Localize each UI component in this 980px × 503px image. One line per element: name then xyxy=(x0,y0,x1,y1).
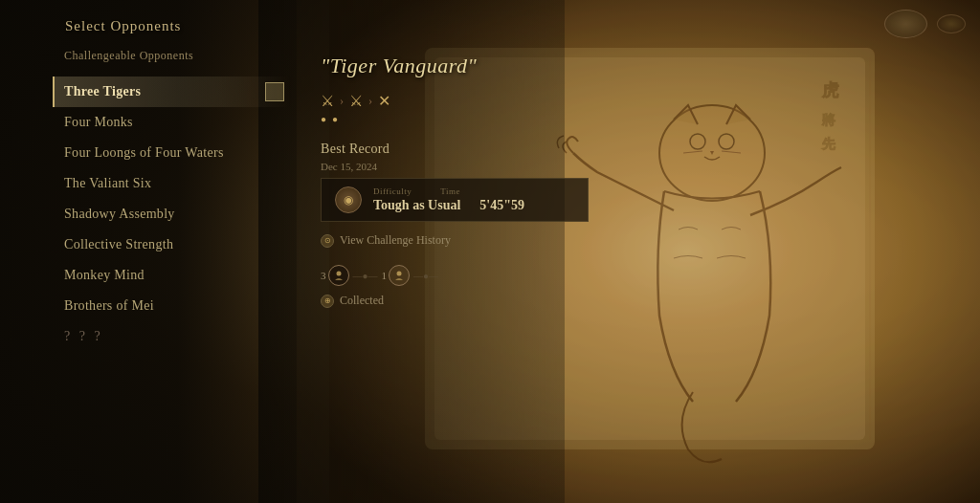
fighter-icon-1 xyxy=(333,270,345,281)
time-label: Time xyxy=(440,186,460,196)
sidebar-item-four-loongs[interactable]: Four Loongs of Four Waters xyxy=(53,138,292,168)
fighter-separator-2: —●— xyxy=(413,271,438,281)
sidebar-item-unknown: ? ? ? xyxy=(53,321,292,352)
fighter-group-right: 1 xyxy=(382,265,411,286)
record-avatar: ◉ xyxy=(335,186,362,213)
weapon-icon-2: ⚔ xyxy=(349,92,363,110)
fighter-count-left: 3 xyxy=(321,270,326,281)
fighter-token-2 xyxy=(389,265,410,286)
main-layout: Challengeable Opponents Three Tigers Fou… xyxy=(0,44,980,503)
header: Select Opponents xyxy=(0,0,980,44)
time-value: 5'45"59 xyxy=(479,198,524,213)
fighter-group-left: 3 xyxy=(321,265,349,286)
weapon-icon-1: ⚔ xyxy=(321,92,334,110)
svg-point-12 xyxy=(336,272,341,276)
sidebar-item-four-monks[interactable]: Four Monks xyxy=(53,107,292,138)
detail-panel: "Tiger Vanguard" ⚔ › ⚔ › ✕ ● ● Best Reco… xyxy=(292,44,980,503)
fighter-icon-2 xyxy=(393,270,405,281)
sidebar-item-brothers-of-mei[interactable]: Brothers of Mei xyxy=(53,291,292,321)
combat-icons-row: ⚔ › ⚔ › ✕ xyxy=(321,92,980,110)
svg-point-13 xyxy=(397,272,402,276)
status-dot-1: ● xyxy=(321,114,326,124)
main-content: Select Opponents Challengeable Opponents… xyxy=(0,0,980,503)
collected-icon: ⊕ xyxy=(321,295,334,308)
record-values: Tough as Usual 5'45"59 xyxy=(373,198,574,213)
weapon-icon-3: ✕ xyxy=(378,92,390,110)
record-date: Dec 15, 2024 xyxy=(321,161,980,172)
sidebar-item-three-tigers[interactable]: Three Tigers xyxy=(53,77,292,107)
best-record-section: Best Record Dec 15, 2024 ◉ Difficulty Ti… xyxy=(321,142,980,222)
fighter-token-1 xyxy=(328,265,349,286)
record-details: Difficulty Time Tough as Usual 5'45"59 xyxy=(373,186,574,213)
avatar-icon: ◉ xyxy=(344,193,353,208)
collected-label-row: ⊕ Collected xyxy=(321,294,980,308)
collected-text: Collected xyxy=(340,294,384,308)
opponent-name: "Tiger Vanguard" xyxy=(321,54,980,78)
chevron-icon-2: › xyxy=(368,94,372,108)
sidebar-item-monkey-mind[interactable]: Monkey Mind xyxy=(53,260,292,291)
sidebar-section-label: Challengeable Opponents xyxy=(53,49,292,63)
difficulty-label: Difficulty xyxy=(373,186,412,196)
best-record-label: Best Record xyxy=(321,142,980,157)
record-sub-labels: Difficulty Time xyxy=(373,186,574,196)
status-icons-row: ● ● xyxy=(321,114,980,124)
sidebar-item-shadowy-assembly[interactable]: Shadowy Assembly xyxy=(53,199,292,230)
history-label: View Challenge History xyxy=(340,233,451,248)
difficulty-value: Tough as Usual xyxy=(373,198,460,213)
opponent-list: Three Tigers Four Monks Four Loongs of F… xyxy=(53,77,292,352)
sidebar-item-valiant-six[interactable]: The Valiant Six xyxy=(53,168,292,199)
fighter-count-right: 1 xyxy=(382,270,388,281)
sidebar: Challengeable Opponents Three Tigers Fou… xyxy=(53,44,292,503)
sidebar-item-collective-strength[interactable]: Collective Strength xyxy=(53,230,292,260)
fighters-row: 3 —●— 1 xyxy=(321,265,980,286)
collected-section: 3 —●— 1 xyxy=(321,265,980,308)
chevron-icon-1: › xyxy=(340,94,344,108)
status-dot-2: ● xyxy=(332,114,338,124)
view-challenge-history-button[interactable]: ⊙ View Challenge History xyxy=(321,233,980,248)
history-icon: ⊙ xyxy=(321,234,334,248)
record-card: ◉ Difficulty Time Tough as Usual 5'45"59 xyxy=(321,178,589,222)
fighter-separator-1: —●— xyxy=(353,271,378,281)
page-title: Select Opponents xyxy=(65,18,181,33)
